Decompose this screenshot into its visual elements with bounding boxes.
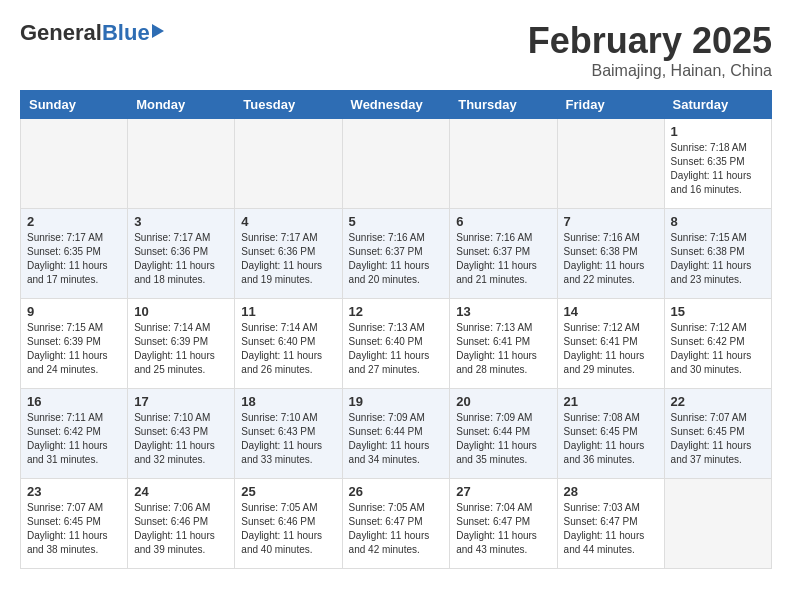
day-info: Sunrise: 7:12 AM Sunset: 6:41 PM Dayligh… [564,321,658,377]
day-info: Sunrise: 7:05 AM Sunset: 6:46 PM Dayligh… [241,501,335,557]
day-number: 17 [134,394,228,409]
table-row: 14Sunrise: 7:12 AM Sunset: 6:41 PM Dayli… [557,299,664,389]
table-row: 12Sunrise: 7:13 AM Sunset: 6:40 PM Dayli… [342,299,450,389]
title-block: February 2025 Baimajing, Hainan, China [528,20,772,80]
table-row: 16Sunrise: 7:11 AM Sunset: 6:42 PM Dayli… [21,389,128,479]
day-number: 11 [241,304,335,319]
day-info: Sunrise: 7:09 AM Sunset: 6:44 PM Dayligh… [456,411,550,467]
day-info: Sunrise: 7:17 AM Sunset: 6:36 PM Dayligh… [241,231,335,287]
logo: General Blue [20,20,164,46]
calendar-body: 1Sunrise: 7:18 AM Sunset: 6:35 PM Daylig… [21,119,772,569]
table-row: 7Sunrise: 7:16 AM Sunset: 6:38 PM Daylig… [557,209,664,299]
table-row [664,479,771,569]
table-row [557,119,664,209]
table-row: 3Sunrise: 7:17 AM Sunset: 6:36 PM Daylig… [128,209,235,299]
calendar-week-row: 23Sunrise: 7:07 AM Sunset: 6:45 PM Dayli… [21,479,772,569]
calendar-header-cell: Tuesday [235,91,342,119]
day-number: 26 [349,484,444,499]
day-info: Sunrise: 7:04 AM Sunset: 6:47 PM Dayligh… [456,501,550,557]
day-info: Sunrise: 7:07 AM Sunset: 6:45 PM Dayligh… [27,501,121,557]
day-info: Sunrise: 7:15 AM Sunset: 6:39 PM Dayligh… [27,321,121,377]
day-number: 15 [671,304,765,319]
table-row: 15Sunrise: 7:12 AM Sunset: 6:42 PM Dayli… [664,299,771,389]
day-number: 18 [241,394,335,409]
calendar-week-row: 2Sunrise: 7:17 AM Sunset: 6:35 PM Daylig… [21,209,772,299]
calendar-header-cell: Friday [557,91,664,119]
day-info: Sunrise: 7:17 AM Sunset: 6:35 PM Dayligh… [27,231,121,287]
table-row: 28Sunrise: 7:03 AM Sunset: 6:47 PM Dayli… [557,479,664,569]
day-number: 4 [241,214,335,229]
day-number: 9 [27,304,121,319]
table-row: 1Sunrise: 7:18 AM Sunset: 6:35 PM Daylig… [664,119,771,209]
day-number: 10 [134,304,228,319]
table-row: 4Sunrise: 7:17 AM Sunset: 6:36 PM Daylig… [235,209,342,299]
day-info: Sunrise: 7:12 AM Sunset: 6:42 PM Dayligh… [671,321,765,377]
day-info: Sunrise: 7:11 AM Sunset: 6:42 PM Dayligh… [27,411,121,467]
day-number: 21 [564,394,658,409]
day-info: Sunrise: 7:16 AM Sunset: 6:38 PM Dayligh… [564,231,658,287]
table-row: 20Sunrise: 7:09 AM Sunset: 6:44 PM Dayli… [450,389,557,479]
day-info: Sunrise: 7:16 AM Sunset: 6:37 PM Dayligh… [456,231,550,287]
table-row [21,119,128,209]
table-row: 11Sunrise: 7:14 AM Sunset: 6:40 PM Dayli… [235,299,342,389]
day-number: 7 [564,214,658,229]
table-row: 23Sunrise: 7:07 AM Sunset: 6:45 PM Dayli… [21,479,128,569]
calendar-week-row: 9Sunrise: 7:15 AM Sunset: 6:39 PM Daylig… [21,299,772,389]
day-info: Sunrise: 7:13 AM Sunset: 6:41 PM Dayligh… [456,321,550,377]
table-row: 22Sunrise: 7:07 AM Sunset: 6:45 PM Dayli… [664,389,771,479]
day-info: Sunrise: 7:14 AM Sunset: 6:39 PM Dayligh… [134,321,228,377]
day-info: Sunrise: 7:07 AM Sunset: 6:45 PM Dayligh… [671,411,765,467]
day-number: 14 [564,304,658,319]
calendar-header-cell: Monday [128,91,235,119]
day-number: 27 [456,484,550,499]
day-number: 8 [671,214,765,229]
day-info: Sunrise: 7:06 AM Sunset: 6:46 PM Dayligh… [134,501,228,557]
logo-general-text: General [20,20,102,46]
table-row: 8Sunrise: 7:15 AM Sunset: 6:38 PM Daylig… [664,209,771,299]
calendar-week-row: 1Sunrise: 7:18 AM Sunset: 6:35 PM Daylig… [21,119,772,209]
table-row [235,119,342,209]
day-number: 12 [349,304,444,319]
day-info: Sunrise: 7:03 AM Sunset: 6:47 PM Dayligh… [564,501,658,557]
calendar-week-row: 16Sunrise: 7:11 AM Sunset: 6:42 PM Dayli… [21,389,772,479]
table-row: 26Sunrise: 7:05 AM Sunset: 6:47 PM Dayli… [342,479,450,569]
day-number: 28 [564,484,658,499]
table-row: 17Sunrise: 7:10 AM Sunset: 6:43 PM Dayli… [128,389,235,479]
table-row: 13Sunrise: 7:13 AM Sunset: 6:41 PM Dayli… [450,299,557,389]
calendar-header-cell: Thursday [450,91,557,119]
day-number: 5 [349,214,444,229]
calendar-header-cell: Sunday [21,91,128,119]
day-number: 20 [456,394,550,409]
month-title: February 2025 [528,20,772,62]
location-text: Baimajing, Hainan, China [528,62,772,80]
table-row [342,119,450,209]
page-header: General Blue February 2025 Baimajing, Ha… [20,20,772,80]
day-info: Sunrise: 7:05 AM Sunset: 6:47 PM Dayligh… [349,501,444,557]
day-number: 22 [671,394,765,409]
day-info: Sunrise: 7:10 AM Sunset: 6:43 PM Dayligh… [241,411,335,467]
table-row: 19Sunrise: 7:09 AM Sunset: 6:44 PM Dayli… [342,389,450,479]
day-number: 19 [349,394,444,409]
day-number: 2 [27,214,121,229]
day-info: Sunrise: 7:16 AM Sunset: 6:37 PM Dayligh… [349,231,444,287]
day-info: Sunrise: 7:14 AM Sunset: 6:40 PM Dayligh… [241,321,335,377]
table-row [450,119,557,209]
table-row: 25Sunrise: 7:05 AM Sunset: 6:46 PM Dayli… [235,479,342,569]
logo-arrow-icon [152,24,164,38]
day-number: 16 [27,394,121,409]
day-info: Sunrise: 7:18 AM Sunset: 6:35 PM Dayligh… [671,141,765,197]
table-row: 27Sunrise: 7:04 AM Sunset: 6:47 PM Dayli… [450,479,557,569]
table-row: 6Sunrise: 7:16 AM Sunset: 6:37 PM Daylig… [450,209,557,299]
day-info: Sunrise: 7:09 AM Sunset: 6:44 PM Dayligh… [349,411,444,467]
day-info: Sunrise: 7:08 AM Sunset: 6:45 PM Dayligh… [564,411,658,467]
day-info: Sunrise: 7:10 AM Sunset: 6:43 PM Dayligh… [134,411,228,467]
table-row: 10Sunrise: 7:14 AM Sunset: 6:39 PM Dayli… [128,299,235,389]
table-row: 9Sunrise: 7:15 AM Sunset: 6:39 PM Daylig… [21,299,128,389]
calendar-header-cell: Saturday [664,91,771,119]
table-row: 21Sunrise: 7:08 AM Sunset: 6:45 PM Dayli… [557,389,664,479]
calendar-header-row: SundayMondayTuesdayWednesdayThursdayFrid… [21,91,772,119]
calendar-table: SundayMondayTuesdayWednesdayThursdayFrid… [20,90,772,569]
day-number: 25 [241,484,335,499]
day-number: 24 [134,484,228,499]
day-info: Sunrise: 7:13 AM Sunset: 6:40 PM Dayligh… [349,321,444,377]
